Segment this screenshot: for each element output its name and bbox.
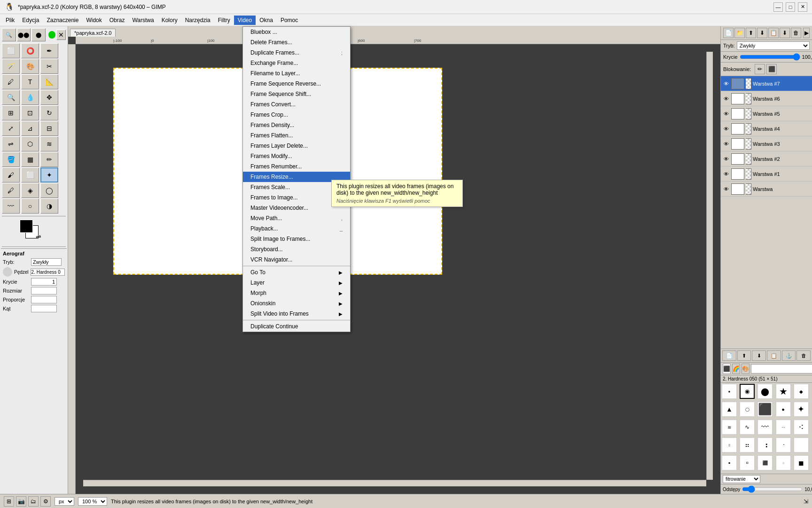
- menu-edycja[interactable]: Edycja: [18, 16, 43, 25]
- layer-row-4[interactable]: 👁Warstwa #3: [721, 136, 812, 151]
- delete-layer-btn[interactable]: 🗑: [796, 350, 811, 361]
- layer-visibility-1[interactable]: 👁: [722, 95, 730, 103]
- brushes-tab-gradients[interactable]: 🌈: [732, 364, 740, 374]
- horizontal-scrollbar[interactable]: [83, 480, 706, 486]
- menu-frames-crop[interactable]: Frames Crop...: [243, 110, 350, 120]
- brush-item-4[interactable]: ◆: [794, 384, 809, 399]
- layer-row-6[interactable]: 👁Warstwa #1: [721, 167, 812, 182]
- menu-frames-flatten[interactable]: Frames Flatten...: [243, 130, 350, 141]
- menu-warstwa[interactable]: Warstwa: [128, 16, 157, 25]
- panel-expand-btn[interactable]: ▶: [803, 28, 810, 38]
- canvas-tab-main[interactable]: *papryka.xcf-2.0: [70, 29, 116, 37]
- layer-visibility-2[interactable]: 👁: [722, 110, 730, 118]
- brush-item-2[interactable]: ⬤: [757, 384, 773, 399]
- rotate-tool[interactable]: ↻: [40, 105, 58, 120]
- brushes-tab-patterns[interactable]: ⬛: [723, 364, 731, 374]
- zoom-out-tool[interactable]: 🔍: [2, 28, 16, 41]
- brush-item-20[interactable]: ▪: [722, 455, 737, 470]
- scale-tool[interactable]: ⤢: [2, 121, 20, 136]
- panel-icon-4[interactable]: ⬇: [757, 28, 767, 38]
- brush-item-17[interactable]: ⠰: [757, 437, 773, 452]
- layer-visibility-7[interactable]: 👁: [722, 185, 730, 193]
- measure-tool[interactable]: 📐: [40, 74, 58, 89]
- menu-kolory[interactable]: Kolory: [158, 16, 181, 25]
- clone-tool[interactable]: ◯: [40, 183, 58, 198]
- crop-tool[interactable]: ⊡: [21, 105, 39, 120]
- cage-transform[interactable]: ⬡: [21, 136, 39, 151]
- brushes-filter-input[interactable]: [751, 364, 812, 373]
- brush-item-5[interactable]: ▲: [722, 402, 737, 417]
- brush-item-16[interactable]: ⠶: [740, 437, 755, 452]
- menu-duplicate-frames[interactable]: Duplicate Frames... ;: [243, 48, 350, 58]
- panel-icon-6[interactable]: ⬇: [780, 28, 790, 38]
- paintbrush-tool[interactable]: 🖌: [2, 167, 20, 183]
- menu-layer[interactable]: Layer ▶: [243, 278, 350, 288]
- menu-frames-convert[interactable]: Frames Convert...: [243, 99, 350, 110]
- menu-split-image[interactable]: Split Image to Frames...: [243, 234, 350, 244]
- smudge-tool[interactable]: 〰: [2, 198, 20, 214]
- duplicate-layer-btn[interactable]: 📋: [767, 350, 781, 361]
- airbrush-tool[interactable]: ✦: [40, 167, 58, 183]
- spacing-slider[interactable]: [742, 485, 803, 493]
- panel-icon-1[interactable]: 📄: [723, 28, 734, 38]
- anchor-layer-btn[interactable]: ⚓: [782, 350, 796, 361]
- align-tool[interactable]: ⊞: [2, 105, 20, 120]
- bucket-fill-tool[interactable]: 🪣: [2, 152, 20, 167]
- zoom-select[interactable]: 100 %: [78, 497, 107, 506]
- unit-select[interactable]: px: [55, 497, 74, 506]
- menu-go-to[interactable]: Go To ▶: [243, 267, 350, 278]
- brush-item-7[interactable]: ⬛: [757, 402, 773, 417]
- status-icon-3[interactable]: 🗂: [28, 496, 39, 507]
- brush-item-13[interactable]: ⋯: [776, 420, 791, 435]
- minimize-button[interactable]: —: [773, 2, 783, 12]
- brush-item-3[interactable]: ★: [776, 384, 791, 399]
- menu-move-path[interactable]: Move Path... ,: [243, 213, 350, 223]
- maximize-button[interactable]: □: [786, 2, 795, 12]
- menu-frame-seq-reverse[interactable]: Frame Sequence Reverse...: [243, 79, 350, 89]
- panel-icon-2[interactable]: 📁: [734, 28, 745, 38]
- ink-tool[interactable]: 🖋: [2, 183, 20, 198]
- layer-visibility-5[interactable]: 👁: [722, 155, 730, 163]
- layer-row-1[interactable]: 👁Warstwa #6: [721, 91, 812, 106]
- dodge-burn-tool[interactable]: ○: [21, 198, 39, 214]
- rect-select-tool[interactable]: ⬜: [2, 43, 20, 58]
- zoom-tool[interactable]: 🔍: [2, 90, 20, 105]
- fuzzy-select-tool[interactable]: 🪄: [2, 59, 20, 74]
- menu-playback[interactable]: Playback... _: [243, 223, 350, 234]
- layer-mode-select[interactable]: Zwykły: [737, 41, 810, 50]
- menu-frames-renumber[interactable]: Frames Renumber...: [243, 161, 350, 172]
- scissors-tool[interactable]: ✂: [40, 59, 58, 74]
- brush-item-8[interactable]: ⬟: [776, 402, 791, 417]
- menu-storyboard[interactable]: Storyboard...: [243, 244, 350, 254]
- zoom-out-btn2[interactable]: ⬤⬤: [17, 28, 31, 41]
- warp-tool[interactable]: ≋: [40, 136, 58, 151]
- menu-morph[interactable]: Morph ▶: [243, 288, 350, 298]
- menu-pomoc[interactable]: Pomoc: [277, 16, 302, 25]
- brush-item-1[interactable]: ◉: [740, 384, 755, 399]
- eraser-tool[interactable]: ⬜: [21, 167, 39, 183]
- layer-visibility-4[interactable]: 👁: [722, 140, 730, 148]
- panel-icon-3[interactable]: ⬆: [746, 28, 756, 38]
- brush-item-22[interactable]: ◾: [757, 455, 773, 470]
- pan-tool[interactable]: ⬤: [31, 28, 46, 41]
- lower-layer-btn[interactable]: ⬇: [752, 350, 766, 361]
- layer-row-0[interactable]: 👁Warstwa #7: [721, 76, 812, 91]
- brush-item-18[interactable]: ⠐: [776, 437, 791, 452]
- menu-obraz[interactable]: Obraz: [106, 16, 129, 25]
- lock-alpha-btn[interactable]: ⬛: [766, 64, 777, 74]
- heal-tool[interactable]: ◈: [21, 183, 39, 198]
- new-layer-btn[interactable]: 📄: [722, 350, 736, 361]
- menu-frame-seq-shift[interactable]: Frame Sequence Shift...: [243, 89, 350, 99]
- layer-row-7[interactable]: 👁Warstwa: [721, 182, 812, 197]
- brush-item-10[interactable]: ≋: [722, 420, 737, 435]
- menu-delete-frames[interactable]: Delete Frames...: [243, 37, 350, 48]
- menu-filename-to-layer[interactable]: Filename to Layer...: [243, 68, 350, 79]
- brush-item-12[interactable]: 〰: [757, 420, 773, 435]
- resize-handle[interactable]: ⇲: [804, 498, 808, 505]
- size-input[interactable]: 20,00: [31, 287, 57, 294]
- menu-duplicate-continue[interactable]: Duplicate Continue: [243, 321, 350, 332]
- move-tool[interactable]: ✥: [40, 90, 58, 105]
- layer-visibility-0[interactable]: 👁: [722, 80, 730, 87]
- menu-widok[interactable]: Widok: [82, 16, 105, 25]
- perspective-tool[interactable]: ⊟: [40, 121, 58, 136]
